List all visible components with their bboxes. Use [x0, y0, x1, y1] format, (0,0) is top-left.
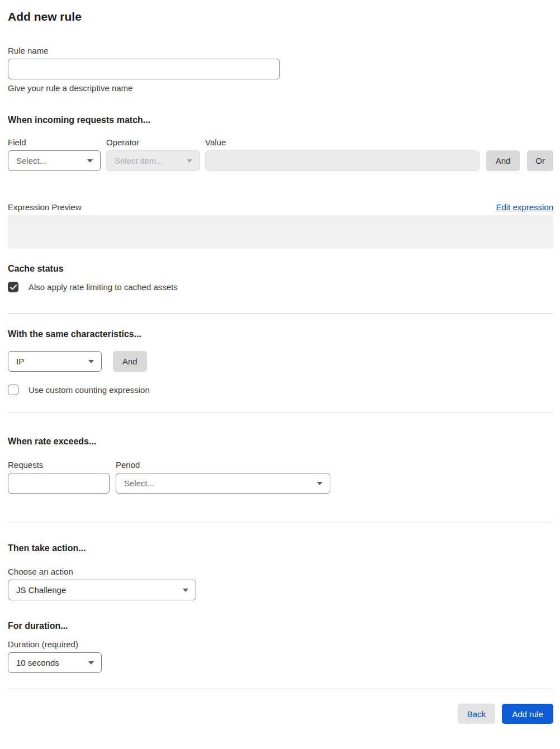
check-icon: [10, 285, 17, 290]
action-heading: Then take action...: [8, 543, 553, 553]
action-select[interactable]: JS Challenge: [8, 580, 196, 600]
add-rule-button[interactable]: Add rule: [502, 704, 553, 724]
field-select[interactable]: Select...: [8, 150, 101, 171]
duration-select-value: 10 seconds: [16, 658, 59, 667]
operator-select: Select item...: [106, 150, 200, 171]
requests-input[interactable]: [8, 473, 110, 494]
expression-header: Expression Preview Edit expression: [8, 202, 553, 212]
characteristic-select[interactable]: IP: [8, 351, 102, 372]
chevron-down-icon: [317, 482, 322, 485]
period-group: Period Select...: [116, 460, 330, 494]
edit-expression-link[interactable]: Edit expression: [496, 202, 553, 212]
match-field-group: Field Select...: [8, 138, 101, 171]
chevron-down-icon: [87, 159, 93, 163]
field-label: Field: [8, 138, 101, 147]
rate-row: Requests Period Select...: [8, 460, 553, 494]
or-button[interactable]: Or: [527, 150, 553, 171]
operator-select-value: Select item...: [115, 156, 163, 165]
requests-group: Requests: [8, 460, 110, 494]
chevron-down-icon: [88, 661, 94, 665]
value-label: Value: [205, 138, 480, 147]
chevron-down-icon: [187, 159, 192, 163]
divider: [8, 313, 553, 314]
characteristics-and-button[interactable]: And: [113, 351, 147, 372]
period-select-value: Select...: [124, 478, 154, 488]
characteristics-heading: With the same characteristics...: [8, 329, 553, 339]
requests-label: Requests: [8, 460, 110, 470]
rule-name-group: Rule name Give your rule a descriptive n…: [8, 46, 553, 93]
rate-heading: When rate exceeds...: [8, 437, 553, 447]
operator-label: Operator: [106, 138, 200, 147]
match-value-group: Value: [205, 138, 480, 171]
and-button[interactable]: And: [486, 150, 520, 171]
rule-name-label: Rule name: [8, 46, 553, 55]
cache-checkbox[interactable]: [8, 282, 18, 292]
field-select-value: Select...: [16, 156, 46, 165]
match-row: Field Select... Operator Select item... …: [8, 138, 553, 171]
expression-preview-label: Expression Preview: [8, 202, 82, 212]
action-select-value: JS Challenge: [16, 585, 66, 595]
rule-name-input[interactable]: [8, 59, 280, 79]
action-label: Choose an action: [8, 567, 553, 576]
back-button[interactable]: Back: [458, 704, 495, 724]
chevron-down-icon: [88, 360, 94, 363]
characteristic-select-value: IP: [16, 357, 24, 366]
characteristics-row: IP And: [8, 351, 553, 372]
value-input: [205, 150, 480, 171]
footer-actions: Back Add rule: [8, 704, 553, 724]
counting-expression-checkbox[interactable]: [8, 385, 18, 395]
cache-checkbox-label: Also apply rate limiting to cached asset…: [29, 282, 178, 292]
add-rule-form: Add new rule Rule name Give your rule a …: [0, 0, 560, 724]
match-heading: When incoming requests match...: [8, 115, 553, 125]
divider: [8, 413, 553, 413]
match-operator-group: Operator Select item...: [106, 138, 200, 171]
rule-name-help: Give your rule a descriptive name: [8, 83, 553, 93]
page-title: Add new rule: [8, 10, 553, 23]
divider: [8, 689, 553, 689]
divider: [8, 523, 553, 523]
counting-expression-row: Use custom counting expression: [8, 385, 553, 395]
cache-status-heading: Cache status: [8, 264, 553, 274]
duration-label: Duration (required): [8, 639, 553, 649]
expression-preview-box[interactable]: [8, 215, 553, 249]
chevron-down-icon: [183, 589, 188, 592]
period-select[interactable]: Select...: [116, 473, 330, 494]
counting-expression-label: Use custom counting expression: [29, 385, 150, 395]
duration-select[interactable]: 10 seconds: [8, 652, 102, 673]
cache-checkbox-row: Also apply rate limiting to cached asset…: [8, 282, 553, 292]
period-label: Period: [116, 460, 330, 470]
duration-heading: For duration...: [8, 621, 553, 631]
